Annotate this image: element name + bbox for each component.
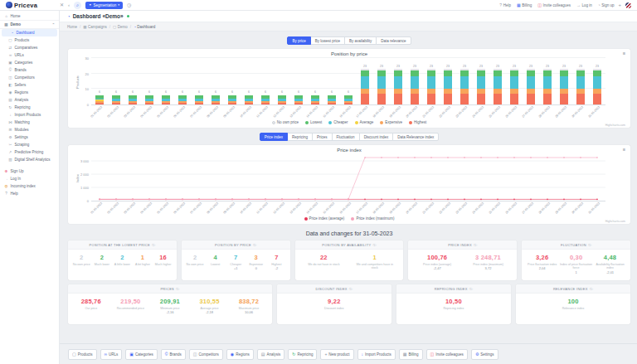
sidebar-item-urls[interactable]: ∞URLs <box>0 51 59 59</box>
sidebar-item-competitors[interactable]: ◫Competitors <box>0 74 59 81</box>
back-icon[interactable]: ‹ <box>68 2 70 7</box>
topbar-link-invite-colleagues[interactable]: ◫Invite colleagues <box>537 3 571 7</box>
tab-by-availability[interactable]: By availability <box>344 36 377 45</box>
tab-price-index[interactable]: Price index <box>260 133 288 141</box>
info-icon[interactable]: ⓘ <box>176 287 179 291</box>
tab-by-lowest-price[interactable]: By lowest price <box>310 36 345 45</box>
topbar-link-log-in[interactable]: →Log in <box>576 3 592 7</box>
info-icon[interactable]: ⓘ <box>590 287 593 291</box>
breadcrumb-item-dashboard[interactable]: ◔Dashboard <box>134 25 155 29</box>
scraping-icon: ✂ <box>8 143 12 147</box>
legend-item-cheaper[interactable]: Cheaper <box>328 120 348 124</box>
sidebar-item-import-products[interactable]: ↓Import Products <box>0 111 59 119</box>
tab-by-price[interactable]: By price <box>287 36 310 45</box>
plus-icon[interactable]: + <box>618 2 621 7</box>
sidebar-item-sellers[interactable]: ◧Sellers <box>0 81 59 89</box>
sidebar-item-analysis[interactable]: ▤Analysis <box>0 96 59 104</box>
sidebar-item-digital-shelf-analytics[interactable]: ▥Digital Shelf Analytics <box>0 156 59 163</box>
metric-delta: 2,04 <box>539 267 546 270</box>
toolbar-button-competitors[interactable]: ◫Competitors <box>189 349 223 360</box>
bar-18-05-2023: 23 <box>373 66 390 104</box>
x-axis-label: 09-05-2023 <box>223 202 236 215</box>
bar-segment-highest <box>328 103 336 104</box>
sidebar-item-regions[interactable]: ◉Regions <box>0 89 59 96</box>
toolbar-button-import-products[interactable]: ↓Import Products <box>357 349 396 360</box>
sidebar-item-modules[interactable]: ⊞Modules <box>0 126 59 133</box>
legend-item-no-own-price[interactable]: No own price <box>272 120 299 124</box>
toolbar-button-products[interactable]: ▢Products <box>68 349 97 360</box>
priceva-logo-icon <box>6 2 12 8</box>
tab-fluctuation[interactable]: Fluctuation <box>332 133 360 141</box>
legend-item-price-index-maximum[interactable]: Price index (maximum) <box>351 216 394 221</box>
toolbar-button-settings[interactable]: ⚙Settings <box>471 349 498 360</box>
sidebar-item-dashboard[interactable]: ◔Dashboard <box>2 29 57 36</box>
sidebar-item-sign-up[interactable]: ⊕Sign Up <box>0 167 59 175</box>
info-icon[interactable]: ⓘ <box>253 243 256 247</box>
topbar-link-billing[interactable]: ▦Billing <box>517 3 532 7</box>
chart-menu-icon[interactable]: ≡ <box>623 51 625 56</box>
toolbar-button-analysis[interactable]: ▤Analysis <box>257 349 285 360</box>
toolbar-button-categories[interactable]: ▣Categories <box>125 349 158 360</box>
sidebar-item-matching[interactable]: ⋈Matching <box>0 119 59 126</box>
sidebar-item-demo[interactable]: ▦Demo⌃ <box>0 21 59 29</box>
sidebar-item-predictive-pricing[interactable]: ↗Predictive Pricing <box>0 148 59 156</box>
breadcrumb-item-home[interactable]: Home <box>67 25 77 29</box>
x-label-slot: 19-05-2023 <box>390 201 406 215</box>
legend-item-average[interactable]: Average <box>355 120 374 124</box>
bar-08-05-2023: 6 <box>207 91 224 104</box>
toolbar-button-urls[interactable]: ∞URLs <box>100 349 123 360</box>
search-icon[interactable]: ⌕ <box>74 2 81 9</box>
toolbar-button-new-product[interactable]: +New product <box>320 349 353 360</box>
sidebar-item-log-in[interactable]: →Log In <box>0 175 59 182</box>
tab-data-relevance[interactable]: Data relevance <box>376 36 411 45</box>
sidebar-item-label: Sign Up <box>11 169 24 173</box>
analysis-icon: ▤ <box>261 352 265 357</box>
topbar-link-help[interactable]: ?Help <box>499 3 511 7</box>
legend-label: Price index (maximum) <box>356 216 394 221</box>
language-flag-icon[interactable] <box>625 2 631 8</box>
info-icon[interactable]: ⓘ <box>349 287 353 291</box>
breadcrumb-item-campaigns[interactable]: ▦Campaigns <box>83 25 107 29</box>
chart-menu-icon[interactable]: ≡ <box>623 148 625 153</box>
tab-prices[interactable]: Prices <box>312 133 333 141</box>
toolbar-button-brands[interactable]: ©Brands <box>161 349 186 360</box>
info-icon[interactable]: ⓘ <box>588 243 591 247</box>
urls-icon: ∞ <box>8 53 12 57</box>
sidebar-item-settings[interactable]: ⚙Settings <box>0 133 59 141</box>
sidebar-item-products[interactable]: ▢Products <box>0 36 59 44</box>
tab-discount-index[interactable]: Discount index <box>359 133 394 141</box>
legend-item-price-index-average[interactable]: Price index (average) <box>304 216 345 221</box>
y-axis-tick: 0 <box>87 200 89 203</box>
sidebar-item-repricing[interactable]: ↻Repricing <box>0 104 59 111</box>
toolbar-button-repricing[interactable]: ↻Repricing <box>288 349 317 360</box>
segmentation-button[interactable]: ▼ Segmentation ▾ <box>85 2 123 9</box>
info-icon[interactable]: ⓘ <box>469 287 473 291</box>
info-icon[interactable]: ⓘ <box>474 243 477 247</box>
tab-repricing[interactable]: Repricing <box>287 133 313 141</box>
tab-data-relevance-index[interactable]: Data Relevance index <box>392 133 439 141</box>
topbar-link-sign-up[interactable]: ◔Sign up <box>598 3 615 7</box>
sidebar-item-brands[interactable]: ©Brands <box>0 66 59 74</box>
history-clock-icon[interactable]: ◷ <box>127 2 131 7</box>
toolbar-button-invite-colleagues[interactable]: ◫Invite colleagues <box>426 349 468 360</box>
toolbar-button-regions[interactable]: ◉Regions <box>226 349 254 360</box>
sidebar-item-help[interactable]: ?Help <box>0 190 59 197</box>
info-icon[interactable]: ⓘ <box>372 243 376 247</box>
info-icon[interactable]: ⓘ <box>152 243 155 247</box>
sidebar-item-incoming-index[interactable]: ◍Incoming index <box>0 182 59 190</box>
metric-repricing-index: 10,50Repricing index <box>400 298 508 310</box>
sidebar-item-categories[interactable]: ▣Categories <box>0 59 59 66</box>
metric-label: A bit higher <box>135 263 150 266</box>
sidebar-item-home[interactable]: ⌂Home <box>0 12 59 21</box>
breadcrumb-item-demo[interactable]: ▢Demo <box>113 25 128 29</box>
legend-item-highest[interactable]: Highest <box>409 120 426 124</box>
close-icon[interactable]: ✕ <box>60 2 64 7</box>
bar-29-05-2023: 23 <box>556 66 572 104</box>
sidebar-item-scraping[interactable]: ✂Scraping <box>0 141 59 148</box>
legend-item-expensive[interactable]: Expensive <box>380 120 402 124</box>
priceva-logo[interactable]: Priceva <box>6 2 56 9</box>
legend-item-lowest[interactable]: Lowest <box>305 120 322 124</box>
stat-card-body: 2No own price2Much lower2A little lower1… <box>68 250 177 269</box>
toolbar-button-billing[interactable]: ▦Billing <box>399 349 423 360</box>
sidebar-item-comparatives[interactable]: ⇄Comparatives <box>0 44 59 51</box>
